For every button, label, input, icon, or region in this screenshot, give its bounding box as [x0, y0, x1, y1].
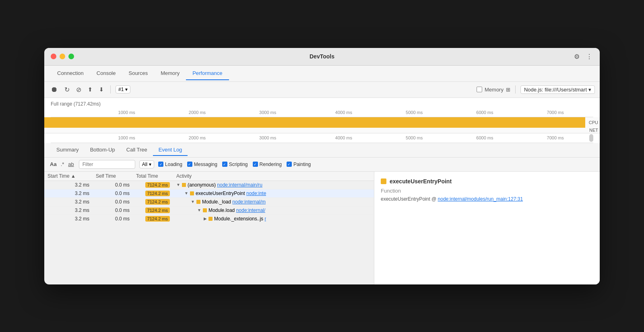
- tab-summary[interactable]: Summary: [51, 144, 85, 156]
- detail-link-text[interactable]: node:internal/modules/run_main:127:31: [438, 196, 523, 202]
- filter-input[interactable]: [79, 160, 135, 169]
- text-filter-icon[interactable]: Aa: [49, 160, 58, 168]
- range-label: Full range (7127.42ms): [51, 101, 593, 107]
- node-label: Node.js: file:///Users/stmart: [524, 87, 587, 93]
- header-start-time[interactable]: Start Time ▲: [47, 173, 96, 179]
- cpu-bar-container: CPU: [44, 117, 600, 128]
- session-dropdown[interactable]: #1 ▾: [116, 85, 130, 93]
- cell-total-time-1: 7124.2 ms: [136, 191, 176, 196]
- tick-5000: 5000 ms: [406, 110, 423, 115]
- expand-icon-1[interactable]: ▼: [184, 191, 188, 195]
- filter-bar: Aa .* ab All ▾ ✓ Loading ✓ Messaging ✓ S…: [44, 158, 600, 172]
- tab-call-tree[interactable]: Call Tree: [121, 144, 153, 156]
- time-badge-3: 7124.2 ms: [145, 208, 170, 213]
- header-activity[interactable]: Activity: [176, 173, 371, 179]
- regex-filter-icon[interactable]: .*: [60, 160, 65, 168]
- check-painting[interactable]: ✓ Painting: [287, 162, 311, 167]
- cpu-bar: [44, 117, 585, 128]
- btick-3000: 3000 ms: [259, 135, 276, 140]
- timeline-ruler-bottom: 1000 ms 2000 ms 3000 ms 4000 ms 5000 ms …: [51, 133, 593, 143]
- painting-label: Painting: [293, 162, 311, 167]
- check-rendering[interactable]: ✓ Rendering: [253, 162, 282, 167]
- detail-name: executeUserEntryPoint: [390, 178, 452, 185]
- clear-button[interactable]: ⊘: [74, 85, 83, 94]
- table-row[interactable]: 3.2 ms 0.0 ms 7124.2 ms ▼ Module._load n…: [44, 198, 374, 206]
- timeline-scrollbar[interactable]: [589, 134, 593, 142]
- activity-link-0[interactable]: node:internal/main/ru: [217, 182, 262, 188]
- activity-link-1[interactable]: node:inte: [246, 191, 266, 196]
- detail-title: executeUserEntryPoint: [381, 178, 593, 185]
- reload-button[interactable]: ↻: [63, 85, 71, 94]
- more-options-button[interactable]: ⋮: [585, 52, 593, 61]
- tab-memory[interactable]: Memory: [154, 67, 186, 80]
- cell-activity-0: ▼ (anonymous) node:internal/main/ru: [176, 182, 371, 188]
- table-row[interactable]: 3.2 ms 0.0 ms 7124.2 ms ▼ (anonymous) no…: [44, 181, 374, 189]
- cell-self-time-4: 0.0 ms: [96, 216, 136, 222]
- tab-performance[interactable]: Performance: [186, 67, 229, 80]
- loading-checkbox[interactable]: ✓: [158, 162, 163, 167]
- detail-link: executeUserEntryPoint @ node:internal/mo…: [381, 196, 593, 202]
- table-row[interactable]: 3.2 ms 0.0 ms 7124.2 ms ▶ Module._extens…: [44, 215, 374, 223]
- cell-total-time-0: 7124.2 ms: [136, 182, 176, 188]
- tick-7000: 7000 ms: [547, 110, 564, 115]
- devtools-window: DevTools ⚙ ⋮ Connection Console Sources …: [44, 48, 600, 284]
- record-button[interactable]: ⏺: [49, 85, 60, 95]
- activity-icon-1: [190, 191, 194, 195]
- close-button[interactable]: [51, 54, 56, 59]
- scripting-checkbox[interactable]: ✓: [222, 162, 227, 167]
- tab-connection[interactable]: Connection: [51, 67, 90, 80]
- memory-check[interactable]: Memory ⊞: [477, 87, 510, 93]
- activity-link-2[interactable]: node:internal/m: [232, 199, 266, 205]
- tick-6000: 6000 ms: [476, 110, 493, 115]
- check-messaging[interactable]: ✓ Messaging: [187, 162, 217, 167]
- check-scripting[interactable]: ✓ Scripting: [222, 162, 248, 167]
- time-badge-1: 7124.2 ms: [145, 191, 170, 196]
- maximize-button[interactable]: [68, 54, 74, 59]
- whole-word-filter-icon[interactable]: ab: [67, 160, 74, 168]
- cell-activity-1: ▼ executeUserEntryPoint node:inte: [176, 191, 371, 196]
- settings-button[interactable]: ⚙: [573, 52, 580, 61]
- download-button[interactable]: ⬇: [97, 85, 105, 93]
- tab-console[interactable]: Console: [90, 67, 122, 80]
- upload-button[interactable]: ⬆: [86, 85, 94, 93]
- tick-4000: 4000 ms: [335, 110, 352, 115]
- table-header: Start Time ▲ Self Time Total Time Activi…: [44, 172, 374, 181]
- node-selector[interactable]: Node.js: file:///Users/stmart ▾: [520, 85, 595, 94]
- cell-self-time-0: 0.0 ms: [96, 182, 136, 188]
- cell-activity-3: ▼ Module.load node:internal/: [176, 208, 371, 213]
- filter-checks: ✓ Loading ✓ Messaging ✓ Scripting ✓ Rend…: [158, 162, 311, 167]
- cell-start-time-2: 3.2 ms: [47, 199, 96, 205]
- category-dropdown[interactable]: All ▾: [139, 160, 154, 168]
- expand-icon-3[interactable]: ▼: [197, 208, 201, 212]
- category-label: All: [142, 162, 147, 167]
- toolbar: ⏺ ↻ ⊘ ⬆ ⬇ #1 ▾ Memory ⊞ Node.js: file://…: [44, 82, 600, 98]
- minimize-button[interactable]: [60, 54, 65, 59]
- header-total-time[interactable]: Total Time: [136, 173, 176, 179]
- painting-checkbox[interactable]: ✓: [287, 162, 292, 167]
- table-row[interactable]: 3.2 ms 0.0 ms 7124.2 ms ▼ Module.load no…: [44, 206, 374, 215]
- expand-icon-0[interactable]: ▼: [176, 183, 180, 187]
- panel-tabs: Summary Bottom-Up Call Tree Event Log: [44, 143, 600, 158]
- tab-event-log[interactable]: Event Log: [153, 144, 188, 156]
- timeline-container: Full range (7127.42ms) 1000 ms 2000 ms 3…: [44, 98, 600, 143]
- expand-icon-4[interactable]: ▶: [204, 216, 207, 221]
- timeline-ruler-top: 1000 ms 2000 ms 3000 ms 4000 ms 5000 ms …: [51, 108, 593, 117]
- title-actions: ⚙ ⋮: [573, 52, 593, 61]
- tab-sources[interactable]: Sources: [122, 67, 154, 80]
- cell-activity-2: ▼ Module._load node:internal/m: [176, 199, 371, 205]
- check-loading[interactable]: ✓ Loading: [158, 162, 182, 167]
- rendering-checkbox[interactable]: ✓: [253, 162, 258, 167]
- tab-bottom-up[interactable]: Bottom-Up: [85, 144, 121, 156]
- cell-total-time-3: 7124.2 ms: [136, 208, 176, 213]
- memory-checkbox[interactable]: [477, 87, 482, 92]
- activity-link-3[interactable]: node:internal/: [236, 208, 266, 213]
- messaging-checkbox[interactable]: ✓: [187, 162, 192, 167]
- header-self-time[interactable]: Self Time: [96, 173, 136, 179]
- activity-link-4[interactable]: r: [264, 216, 266, 222]
- activity-text-1: executeUserEntryPoint node:inte: [196, 191, 266, 196]
- table-row[interactable]: 3.2 ms 0.0 ms 7124.2 ms ▼ executeUserEnt…: [44, 189, 374, 198]
- toolbar-right: Memory ⊞ Node.js: file:///Users/stmart ▾: [477, 85, 595, 94]
- expand-icon-2[interactable]: ▼: [191, 199, 195, 204]
- session-label: #1: [118, 87, 124, 92]
- filter-icons: Aa .* ab: [49, 160, 75, 168]
